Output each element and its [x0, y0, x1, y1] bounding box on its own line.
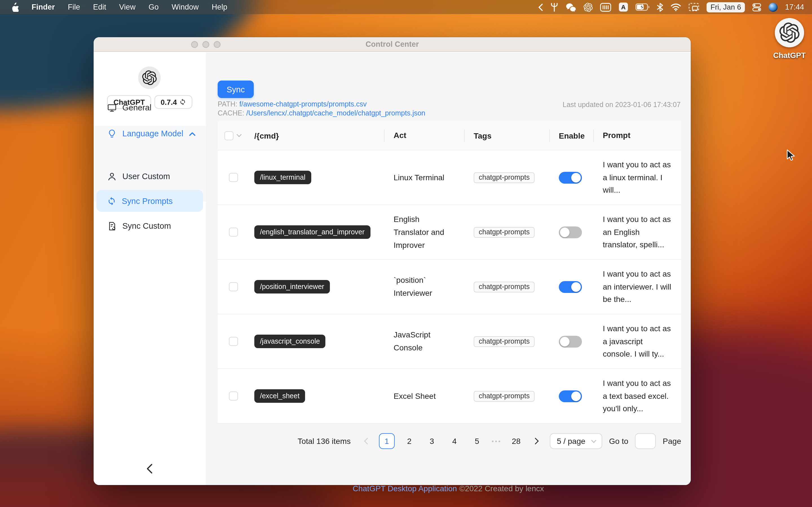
cache-row: CACHE: /Users/lencx/.chatgpt/cache_model… [218, 109, 425, 118]
cache-link[interactable]: /Users/lencx/.chatgpt/cache_model/chatgp… [246, 109, 425, 117]
enable-toggle[interactable] [559, 390, 582, 402]
desktop-icon-chatgpt[interactable]: ChatGPT [767, 18, 811, 60]
battery-charging-icon[interactable] [636, 0, 650, 14]
mouse-cursor [786, 149, 796, 165]
tag-badge: chatgpt-prompts [474, 281, 535, 292]
sidebar-collapse-button[interactable] [143, 462, 156, 475]
cache-label: CACHE: [218, 109, 244, 117]
footer-copyright: ©2022 Created by lencx [459, 484, 544, 493]
path-row: PATH: f/awesome-chatgpt-prompts/prompts.… [218, 100, 425, 109]
fork-status-icon[interactable] [550, 0, 558, 14]
sidebar-item-label: Sync Custom [122, 221, 171, 230]
menu-item-view[interactable]: View [119, 3, 136, 11]
last-updated-text: Last updated on 2023-01-06 17:43:07 [563, 101, 680, 109]
sidebar-item-label: Language Model [122, 129, 183, 138]
prompt-cell: I want you to act as a text based excel.… [594, 369, 681, 423]
menu-item-window[interactable]: Window [172, 3, 199, 11]
screen: Finder File Edit View Go Window Help [0, 0, 812, 507]
row-checkbox[interactable] [229, 337, 238, 346]
pagination-ellipsis[interactable]: ••• [492, 438, 502, 445]
toggle-knob [571, 282, 581, 291]
footer-app-link[interactable]: ChatGPT Desktop Application [353, 484, 457, 493]
enable-toggle[interactable] [559, 172, 582, 183]
path-label: PATH: [218, 100, 238, 108]
table-header-row: /{cmd} Act Tags Enable Prompt [218, 121, 681, 151]
enable-toggle[interactable] [559, 281, 582, 293]
page-label: Page [663, 437, 681, 446]
table-row: /javascript_console JavaScript Console c… [218, 314, 681, 369]
table-row: /english_translator_and_improver English… [218, 205, 681, 260]
goto-page-input[interactable] [635, 433, 656, 449]
sidebar-item-user-custom[interactable]: User Custom [94, 165, 206, 187]
sidebar-item-label: Sync Prompts [122, 196, 173, 205]
header-act: Act [385, 121, 465, 150]
control-center-window: Control Center ChatGPT 0.7.4 General [94, 37, 691, 485]
sidebar-item-language-model[interactable]: Language Model [94, 122, 206, 145]
chevron-left-icon[interactable] [538, 0, 543, 14]
page-size-select[interactable]: 5 / page [550, 433, 602, 449]
sidebar-item-sync-custom[interactable]: Sync Custom [94, 215, 206, 237]
tag-badge: chatgpt-prompts [474, 172, 535, 183]
page-button-3[interactable]: 3 [424, 433, 440, 449]
wifi-icon[interactable] [670, 0, 681, 14]
toggle-knob [571, 391, 581, 401]
window-titlebar[interactable]: Control Center [94, 37, 691, 52]
cmd-badge: /javascript_console [254, 335, 326, 348]
row-checkbox[interactable] [229, 228, 238, 237]
sync-button[interactable]: Sync [218, 80, 254, 98]
bluetooth-icon[interactable] [657, 0, 663, 14]
menu-item-edit[interactable]: Edit [93, 3, 106, 11]
sidebar-app-logo [138, 66, 161, 89]
path-link[interactable]: f/awesome-chatgpt-prompts/prompts.csv [239, 100, 367, 108]
input-source-icon[interactable]: A [619, 0, 628, 14]
row-checkbox[interactable] [229, 392, 238, 400]
menu-bar-date[interactable]: Fri, Jan 6 [707, 2, 745, 12]
sidebar-item-sync-prompts[interactable]: Sync Prompts [96, 190, 203, 212]
act-cell: JavaScript Console [385, 314, 465, 369]
window-title: Control Center [94, 40, 691, 48]
page-button-28[interactable]: 28 [508, 433, 524, 449]
act-cell: Excel Sheet [385, 369, 465, 423]
sidebar-item-general[interactable]: General [94, 96, 206, 119]
prev-page-button[interactable] [360, 438, 372, 445]
menu-item-file[interactable]: File [68, 3, 80, 11]
prompts-table: /{cmd} Act Tags Enable Prompt /linux_ter… [218, 121, 681, 424]
menu-item-help[interactable]: Help [212, 3, 227, 11]
row-checkbox[interactable] [229, 282, 238, 291]
row-checkbox[interactable] [229, 173, 238, 182]
menu-bar-clock[interactable]: 17:44 [785, 3, 804, 11]
pagination-total: Total 136 items [297, 437, 350, 446]
openai-menu-icon[interactable] [583, 0, 593, 14]
chevron-up-icon [189, 129, 196, 138]
prompt-cell: I want you to act as a javascript consol… [594, 314, 681, 369]
next-page-button[interactable] [531, 438, 543, 445]
menu-item-go[interactable]: Go [149, 3, 159, 11]
wechat-icon[interactable] [566, 0, 576, 14]
chevron-down-icon [591, 439, 597, 443]
enable-toggle[interactable] [559, 226, 582, 238]
enable-toggle[interactable] [559, 335, 582, 347]
pagination: Total 136 items 1 2 3 4 5 ••• 28 5 / pag… [297, 433, 681, 449]
page-button-2[interactable]: 2 [402, 433, 417, 449]
sidebar-item-label: User Custom [122, 172, 170, 181]
main-content: Sync PATH: f/awesome-chatgpt-prompts/pro… [206, 52, 691, 485]
header-enable: Enable [550, 121, 594, 150]
user-icon [107, 172, 117, 181]
menu-item-finder[interactable]: Finder [32, 3, 55, 11]
page-button-5[interactable]: 5 [469, 433, 485, 449]
select-all-checkbox[interactable] [224, 131, 234, 140]
screen-mirroring-icon[interactable] [689, 0, 699, 14]
apple-menu-icon[interactable] [10, 0, 18, 14]
toggle-knob [571, 173, 581, 182]
chevron-down-icon[interactable] [236, 133, 242, 137]
barcode-status-icon[interactable] [600, 0, 611, 14]
tag-badge: chatgpt-prompts [474, 391, 535, 401]
control-center-icon[interactable] [752, 0, 761, 14]
globe-status-icon[interactable] [769, 3, 777, 11]
page-button-4[interactable]: 4 [447, 433, 462, 449]
toggle-knob [560, 227, 569, 237]
page-button-1[interactable]: 1 [379, 433, 395, 449]
header-cmd: /{cmd} [249, 121, 385, 150]
desktop-icon-label: ChatGPT [767, 51, 811, 60]
menu-bar: Finder File Edit View Go Window Help [0, 0, 812, 14]
